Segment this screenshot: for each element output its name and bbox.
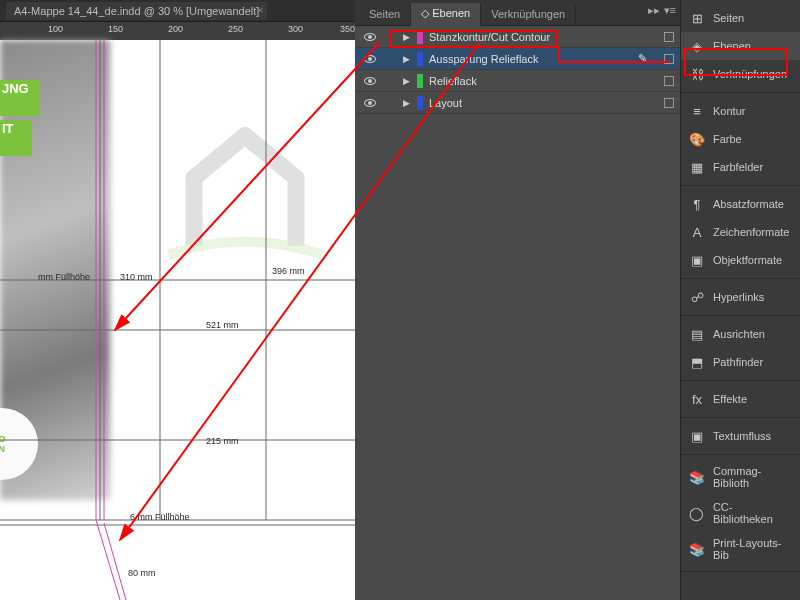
panel-dock: ⊞Seiten◈Ebenen⛓Verknüpfungen≡Kontur🎨Farb… bbox=[680, 0, 800, 600]
annotation-box-dock bbox=[684, 48, 788, 76]
printlayouts-icon: 📚 bbox=[689, 541, 705, 557]
svg-line-10 bbox=[96, 520, 120, 600]
document-canvas[interactable]: JNG IT ON mm Füllhöhe 310 mm 396 mm 521 bbox=[0, 40, 355, 600]
dim-521: 521 mm bbox=[206, 320, 239, 330]
layer-color-chip bbox=[417, 96, 423, 110]
disclosure-icon[interactable]: ▶ bbox=[403, 76, 417, 86]
dock-item-ausrichten[interactable]: ▤Ausrichten bbox=[681, 320, 800, 348]
dim-215: 215 mm bbox=[206, 436, 239, 446]
effekte-icon: fx bbox=[689, 391, 705, 407]
dock-item-hyperlinks[interactable]: ☍Hyperlinks bbox=[681, 283, 800, 311]
cc-icon: ◯ bbox=[689, 505, 705, 521]
dock-item-printlayouts[interactable]: 📚Print-Layouts-Bib bbox=[681, 531, 800, 567]
seiten-icon: ⊞ bbox=[689, 10, 705, 26]
disclosure-icon[interactable]: ▶ bbox=[403, 54, 417, 64]
ruler-horizontal: 100 150 200 250 300 350 bbox=[0, 22, 355, 40]
dock-item-label: Ausrichten bbox=[713, 328, 765, 340]
svg-line-11 bbox=[104, 523, 126, 600]
pen-icon: ✎ bbox=[638, 52, 658, 65]
panel-group: Seiten ◇ Ebenen Verknüpfungen ▸▸ ▾≡ ▶Sta… bbox=[355, 0, 680, 600]
dock-item-label: Zeichenformate bbox=[713, 226, 789, 238]
dock-item-objektformate[interactable]: ▣Objektformate bbox=[681, 246, 800, 274]
layer-row[interactable]: ▶Aussparung Relieflack✎ bbox=[355, 48, 680, 70]
dock-item-label: Seiten bbox=[713, 12, 744, 24]
visibility-icon[interactable] bbox=[364, 55, 376, 63]
dock-item-farbfelder[interactable]: ▦Farbfelder bbox=[681, 153, 800, 181]
commag-icon: 📚 bbox=[689, 469, 705, 485]
dock-item-label: Textumfluss bbox=[713, 430, 771, 442]
visibility-icon[interactable] bbox=[364, 77, 376, 85]
panel-tabs: Seiten ◇ Ebenen Verknüpfungen ▸▸ ▾≡ bbox=[355, 0, 680, 26]
dock-item-label: Farbfelder bbox=[713, 161, 763, 173]
target-square-icon[interactable] bbox=[664, 54, 674, 64]
objektformate-icon: ▣ bbox=[689, 252, 705, 268]
dim-80: 80 mm bbox=[128, 568, 156, 578]
layer-color-chip bbox=[417, 52, 423, 66]
dock-item-label: Pathfinder bbox=[713, 356, 763, 368]
layer-color-chip bbox=[417, 74, 423, 88]
dock-item-pathfinder[interactable]: ⬒Pathfinder bbox=[681, 348, 800, 376]
dock-item-label: Print-Layouts-Bib bbox=[713, 537, 792, 561]
textumfluss-icon: ▣ bbox=[689, 428, 705, 444]
dim-310: 310 mm bbox=[120, 272, 153, 282]
dock-item-commag[interactable]: 📚Commag-Biblioth bbox=[681, 459, 800, 495]
target-square-icon[interactable] bbox=[664, 98, 674, 108]
close-icon[interactable]: × bbox=[257, 4, 263, 16]
farbfelder-icon: ▦ bbox=[689, 159, 705, 175]
dock-item-kontur[interactable]: ≡Kontur bbox=[681, 97, 800, 125]
dock-item-label: CC-Bibliotheken bbox=[713, 501, 792, 525]
layer-name: Layout bbox=[429, 97, 638, 109]
annotation-box-layer bbox=[390, 30, 558, 48]
pathfinder-icon: ⬒ bbox=[689, 354, 705, 370]
dock-item-seiten[interactable]: ⊞Seiten bbox=[681, 4, 800, 32]
tab-seiten[interactable]: Seiten bbox=[359, 4, 411, 25]
layer-name: Aussparung Relieflack bbox=[429, 53, 638, 65]
document-tab[interactable]: A4-Mappe 14_44_de.indd @ 30 % [Umgewande… bbox=[6, 2, 267, 20]
dim-fill-label: mm Füllhöhe bbox=[38, 272, 90, 282]
dock-item-cc[interactable]: ◯CC-Bibliotheken bbox=[681, 495, 800, 531]
dock-item-label: Hyperlinks bbox=[713, 291, 764, 303]
farbe-icon: 🎨 bbox=[689, 131, 705, 147]
panel-collapse-icon[interactable]: ▸▸ bbox=[648, 4, 660, 17]
absatzformate-icon: ¶ bbox=[689, 196, 705, 212]
dock-item-label: Effekte bbox=[713, 393, 747, 405]
dock-item-absatzformate[interactable]: ¶Absatzformate bbox=[681, 190, 800, 218]
dim-396: 396 mm bbox=[272, 266, 305, 276]
document-title: A4-Mappe 14_44_de.indd @ 30 % [Umgewande… bbox=[14, 5, 259, 17]
dim-6mm: 6 mm Füllhöhe bbox=[130, 512, 190, 522]
layer-row[interactable]: ▶Layout bbox=[355, 92, 680, 114]
layer-name: Relieflack bbox=[429, 75, 638, 87]
hyperlinks-icon: ☍ bbox=[689, 289, 705, 305]
target-square-icon[interactable] bbox=[664, 76, 674, 86]
dock-item-label: Farbe bbox=[713, 133, 742, 145]
dock-item-label: Commag-Biblioth bbox=[713, 465, 792, 489]
tab-verknuepfungen[interactable]: Verknüpfungen bbox=[481, 4, 576, 25]
dock-item-zeichenformate[interactable]: AZeichenformate bbox=[681, 218, 800, 246]
dock-item-textumfluss[interactable]: ▣Textumfluss bbox=[681, 422, 800, 450]
zeichenformate-icon: A bbox=[689, 224, 705, 240]
panel-menu-icon[interactable]: ▾≡ bbox=[664, 4, 676, 17]
layer-row[interactable]: ▶Relieflack bbox=[355, 70, 680, 92]
dock-item-effekte[interactable]: fxEffekte bbox=[681, 385, 800, 413]
dock-item-farbe[interactable]: 🎨Farbe bbox=[681, 125, 800, 153]
ausrichten-icon: ▤ bbox=[689, 326, 705, 342]
dock-item-label: Objektformate bbox=[713, 254, 782, 266]
visibility-icon[interactable] bbox=[364, 33, 376, 41]
kontur-icon: ≡ bbox=[689, 103, 705, 119]
visibility-icon[interactable] bbox=[364, 99, 376, 107]
target-square-icon[interactable] bbox=[664, 32, 674, 42]
disclosure-icon[interactable]: ▶ bbox=[403, 98, 417, 108]
dock-item-label: Kontur bbox=[713, 105, 745, 117]
dock-item-label: Absatzformate bbox=[713, 198, 784, 210]
tab-ebenen[interactable]: ◇ Ebenen bbox=[411, 3, 481, 26]
